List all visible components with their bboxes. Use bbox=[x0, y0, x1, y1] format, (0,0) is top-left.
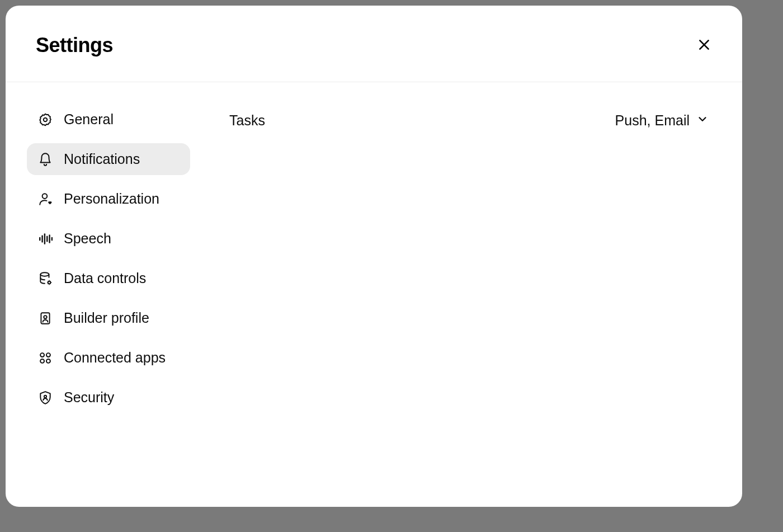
svg-point-10 bbox=[40, 272, 49, 276]
sidebar-item-data-controls[interactable]: Data controls bbox=[27, 262, 190, 294]
sidebar-item-builder-profile[interactable]: Builder profile bbox=[27, 302, 190, 334]
sidebar-item-general[interactable]: General bbox=[27, 103, 190, 135]
sidebar-item-label: Security bbox=[64, 389, 114, 406]
settings-sidebar: General Notifications bbox=[6, 82, 207, 507]
svg-point-3 bbox=[43, 194, 48, 199]
close-button[interactable] bbox=[693, 34, 715, 57]
svg-point-15 bbox=[46, 353, 50, 357]
svg-point-14 bbox=[40, 353, 44, 357]
sidebar-item-personalization[interactable]: Personalization bbox=[27, 183, 190, 215]
shield-person-icon bbox=[38, 390, 53, 405]
sidebar-item-speech[interactable]: Speech bbox=[27, 223, 190, 255]
svg-point-13 bbox=[44, 316, 46, 318]
sidebar-item-label: Personalization bbox=[64, 191, 159, 207]
gear-icon bbox=[38, 112, 53, 127]
sidebar-item-label: Speech bbox=[64, 230, 111, 247]
sidebar-item-label: General bbox=[64, 111, 114, 128]
tasks-notification-dropdown[interactable]: Push, Email bbox=[615, 112, 709, 129]
svg-point-17 bbox=[46, 359, 50, 362]
person-heart-icon bbox=[38, 192, 53, 206]
waveform-icon bbox=[38, 232, 53, 246]
apps-grid-icon bbox=[38, 351, 53, 365]
modal-body: General Notifications bbox=[6, 82, 742, 507]
svg-point-18 bbox=[44, 395, 46, 397]
setting-label: Tasks bbox=[229, 112, 265, 129]
svg-point-16 bbox=[40, 359, 44, 362]
sidebar-item-label: Notifications bbox=[64, 151, 140, 167]
close-icon bbox=[697, 37, 711, 54]
setting-row-tasks: Tasks Push, Email bbox=[229, 109, 709, 132]
id-card-icon bbox=[38, 311, 53, 326]
sidebar-item-label: Connected apps bbox=[64, 350, 166, 366]
settings-content: Tasks Push, Email bbox=[207, 82, 742, 507]
sidebar-item-connected-apps[interactable]: Connected apps bbox=[27, 342, 190, 374]
database-gear-icon bbox=[38, 271, 53, 286]
sidebar-item-notifications[interactable]: Notifications bbox=[27, 143, 190, 175]
settings-modal: Settings General bbox=[6, 6, 742, 507]
chevron-down-icon bbox=[696, 112, 709, 129]
modal-header: Settings bbox=[6, 6, 742, 82]
svg-point-2 bbox=[44, 117, 48, 121]
sidebar-item-label: Builder profile bbox=[64, 310, 149, 326]
sidebar-item-label: Data controls bbox=[64, 270, 146, 286]
bell-icon bbox=[38, 152, 53, 167]
setting-value-text: Push, Email bbox=[615, 112, 690, 129]
modal-title: Settings bbox=[36, 34, 113, 57]
sidebar-item-security[interactable]: Security bbox=[27, 382, 190, 413]
